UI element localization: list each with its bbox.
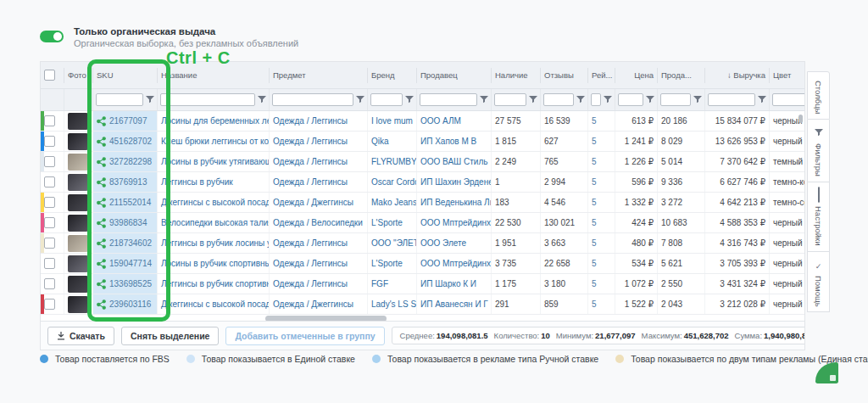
table-row[interactable]: 93986834Велосипедки высокая талия спорти… [41, 213, 804, 233]
filter-input-name[interactable] [160, 93, 255, 106]
organic-toggle[interactable] [40, 31, 64, 42]
category-value[interactable]: Одежда / Леггинсы [273, 177, 348, 187]
product-photo[interactable] [68, 133, 88, 150]
sku-value[interactable]: 133698525 [109, 279, 152, 288]
seller-value[interactable]: ООО АЛМ [420, 116, 461, 126]
name-value[interactable]: Лосины в рубчик утягивающие бесшов [161, 157, 270, 166]
brand-value[interactable]: I love mum [371, 116, 413, 126]
brand-value[interactable]: Lady's LS Secr [371, 299, 417, 309]
brand-value[interactable]: FLYRUMBY [371, 157, 417, 166]
category-value[interactable]: Одежда / Леггинсы [273, 137, 348, 146]
table-row[interactable]: 21677097Лосины для беременных леггинсы б… [41, 111, 804, 132]
filter-funnel-icon[interactable] [258, 96, 266, 104]
category-value[interactable]: Одежда / Леггинсы [273, 157, 348, 166]
column-header-color[interactable]: Цвет [770, 68, 805, 83]
table-row[interactable]: 218734602Леггинсы в рубчик лосины утягив… [41, 233, 804, 254]
sku-value[interactable]: 451628702 [109, 137, 152, 146]
column-header-rating[interactable]: Рей... [588, 68, 615, 83]
product-photo[interactable] [68, 235, 88, 252]
brand-value[interactable]: L'Sporte [371, 259, 403, 268]
sku-value[interactable]: 218734602 [109, 238, 152, 248]
filter-input-brand[interactable] [370, 93, 403, 106]
share-icon[interactable] [97, 116, 106, 126]
filter-input-revenue[interactable] [708, 93, 755, 106]
category-value[interactable]: Одежда / Джеггинсы [273, 198, 353, 207]
clear-selection-button[interactable]: Снять выделение [121, 327, 220, 345]
brand-value[interactable]: FGF [371, 279, 388, 288]
filter-funnel-icon[interactable] [356, 96, 364, 104]
filter-input-seller[interactable] [420, 93, 477, 106]
column-header-seller[interactable]: Продавец [417, 68, 492, 83]
product-photo[interactable] [68, 215, 88, 232]
brand-value[interactable]: Mako Jeans [371, 198, 417, 207]
row-checkbox[interactable] [44, 258, 55, 269]
table-row[interactable]: 133698525Леггинсы в рубчик спортивные ут… [41, 274, 804, 294]
row-checkbox[interactable] [44, 278, 55, 289]
row-checkbox[interactable] [44, 217, 55, 228]
side-tab-помощь[interactable]: ✓Помощь [807, 252, 830, 313]
product-photo[interactable] [68, 296, 88, 313]
category-value[interactable]: Одежда / Леггинсы [273, 116, 348, 126]
share-icon[interactable] [97, 137, 106, 147]
filter-input-sku[interactable] [96, 93, 143, 106]
share-icon[interactable] [97, 177, 106, 188]
column-header-sku[interactable]: SKU [93, 68, 158, 83]
name-value[interactable]: Леггинсы в рубчик лосины утягивающ [161, 238, 270, 248]
product-photo[interactable] [68, 113, 88, 130]
column-header-category[interactable]: Предмет [270, 68, 368, 83]
column-header-name[interactable]: Название [158, 68, 270, 83]
product-photo[interactable] [68, 255, 88, 272]
filter-funnel-icon[interactable] [405, 96, 414, 104]
sku-value[interactable]: 159047714 [109, 259, 152, 268]
product-photo[interactable] [68, 276, 88, 293]
brand-value[interactable]: Oscar Cordob [371, 177, 417, 187]
share-icon[interactable] [97, 299, 106, 310]
column-header-brand[interactable]: Бренд [368, 68, 417, 83]
row-checkbox[interactable] [44, 115, 55, 126]
share-icon[interactable] [97, 238, 106, 249]
name-value[interactable]: Леггинсы в рубчик спортивные утягива [161, 279, 270, 288]
filter-funnel-icon[interactable] [758, 96, 766, 104]
column-header-revenue[interactable]: ↓ Выручка [705, 68, 770, 83]
filter-funnel-icon[interactable] [480, 96, 488, 104]
sku-value[interactable]: 21677097 [109, 116, 147, 126]
select-all-checkbox[interactable] [44, 70, 55, 81]
vertical-scrollbar-thumb[interactable] [798, 115, 803, 123]
filter-input-color[interactable] [772, 93, 805, 106]
table-row[interactable]: 239603116Джеггинсы с высокой посадкой дж… [41, 294, 804, 315]
sku-value[interactable]: 239603116 [109, 299, 151, 309]
filter-input-rating[interactable] [591, 93, 601, 106]
category-value[interactable]: Одежда / Леггинсы [273, 238, 348, 248]
seller-value[interactable]: ИП Аванесян И Г [420, 299, 488, 309]
filter-input-sales[interactable] [660, 93, 691, 106]
download-button[interactable]: Скачать [47, 327, 114, 345]
product-photo[interactable] [68, 194, 88, 211]
brand-value[interactable]: ООО "ЭЛЕТЕ" [371, 238, 417, 248]
share-icon[interactable] [97, 259, 106, 269]
brand-value[interactable]: Qika [371, 137, 389, 146]
name-value[interactable]: Джеггинсы с высокой посадкой скинни [161, 198, 270, 207]
name-value[interactable]: Лосины для беременных леггинсы бес [161, 116, 270, 126]
category-value[interactable]: Одежда / Велосипедки [273, 218, 363, 227]
table-row[interactable]: 451628702Клеш брюки леггинсы от колена л… [41, 132, 804, 152]
column-header-stock[interactable]: Наличие [492, 68, 541, 83]
sku-value[interactable]: 211552014 [109, 198, 151, 207]
share-icon[interactable] [97, 198, 106, 208]
table-row[interactable]: 211552014Джеггинсы с высокой посадкой ск… [41, 193, 804, 213]
share-icon[interactable] [97, 218, 106, 228]
row-checkbox[interactable] [44, 156, 55, 167]
filter-funnel-icon[interactable] [604, 96, 612, 104]
name-value[interactable]: Клеш брюки леггинсы от колена лосин [161, 137, 270, 146]
row-checkbox[interactable] [44, 197, 55, 208]
seller-value[interactable]: ИП Шарко К И [420, 279, 476, 288]
column-header-reviews[interactable]: Отзывы [541, 68, 588, 83]
filter-funnel-icon[interactable] [529, 96, 537, 104]
row-checkbox[interactable] [44, 176, 55, 188]
category-value[interactable]: Одежда / Леггинсы [273, 279, 348, 288]
column-header-photo[interactable]: Фото [64, 68, 93, 83]
name-value[interactable]: Джеггинсы с высокой посадкой джинс [161, 299, 270, 309]
add-to-group-button[interactable]: Добавить отмеченные в группу [225, 327, 384, 345]
filter-funnel-icon[interactable] [646, 96, 654, 104]
filter-input-category[interactable] [272, 93, 353, 106]
filter-funnel-icon[interactable] [146, 96, 154, 104]
